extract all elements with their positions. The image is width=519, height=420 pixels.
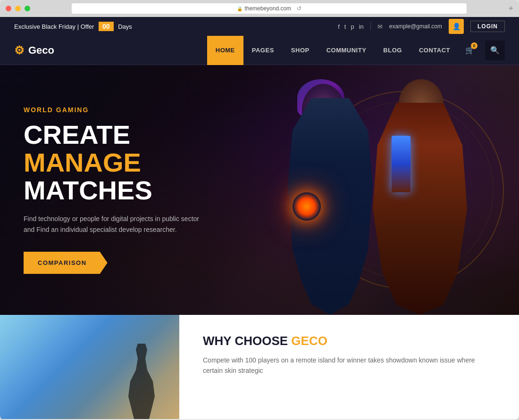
divider — [370, 22, 371, 31]
bottom-image — [0, 315, 179, 419]
hero-eyebrow: WORLD GAMING — [24, 106, 222, 114]
nav-blog[interactable]: BLOG — [375, 36, 410, 65]
maximize-button[interactable] — [25, 6, 30, 11]
male-body — [373, 103, 467, 315]
nav-community[interactable]: COMMUNITY — [318, 36, 375, 65]
user-icon-button[interactable]: 👤 — [449, 19, 464, 34]
hero-title: CREATE MANAGE MATCHES — [24, 121, 222, 204]
close-button[interactable] — [6, 6, 11, 11]
lock-icon: 🔒 — [237, 6, 243, 11]
why-choose-highlight: GECO — [291, 334, 327, 348]
why-choose-description: Compete with 100 players on a remote isl… — [203, 355, 495, 376]
hero-content: WORLD GAMING CREATE MANAGE MATCHES Find … — [0, 106, 245, 274]
logo[interactable]: ⚙ Geco — [14, 44, 54, 57]
logo-icon: ⚙ — [14, 44, 25, 57]
navbar: ⚙ Geco HOME PAGES SHOP COMMUNITY BLOG — [0, 36, 519, 65]
announcement-right: f t p in ✉ example@gmail.com 👤 LOGIN — [338, 19, 505, 34]
facebook-icon[interactable]: f — [338, 23, 340, 30]
reload-icon[interactable]: ↺ — [297, 5, 301, 12]
days-badge: 00 — [99, 22, 114, 31]
login-button[interactable]: LOGIN — [470, 21, 505, 32]
blue-glow — [392, 136, 410, 192]
email-icon: ✉ — [377, 23, 383, 30]
hero-characters — [236, 74, 481, 315]
logo-text: Geco — [28, 44, 54, 57]
hero-description: Find technology or people for digital pr… — [24, 214, 203, 235]
nav-links: HOME PAGES SHOP COMMUNITY BLOG CONTACT — [207, 36, 505, 65]
days-label: Days — [118, 23, 132, 30]
cart-button[interactable]: 🛒 0 — [459, 36, 481, 65]
announcement-bar: Exclusive Black Friday | Offer 00 Days f… — [0, 17, 519, 36]
why-choose-prefix: WHY CHOOSE — [203, 334, 291, 348]
nav-shop[interactable]: SHOP — [283, 36, 318, 65]
browser-window: 🔒 themebeyond.com ↺ + Exclusive Black Fr… — [0, 0, 519, 420]
hero-title-create: CREATE — [24, 120, 130, 149]
hero-section: WORLD GAMING CREATE MANAGE MATCHES Find … — [0, 65, 519, 315]
minimize-button[interactable] — [15, 6, 21, 11]
announcement-offer-text: Exclusive Black Friday | Offer — [14, 23, 94, 30]
nav-home[interactable]: HOME — [207, 36, 243, 65]
search-button[interactable]: 🔍 — [485, 41, 505, 60]
social-icons: f t p in — [338, 23, 364, 30]
hero-title-manage: MANAGE — [24, 148, 141, 177]
linkedin-icon[interactable]: in — [359, 23, 364, 30]
browser-titlebar: 🔒 themebeyond.com ↺ + — [0, 0, 519, 17]
pinterest-icon[interactable]: p — [351, 23, 354, 30]
bottom-text-content: WHY CHOOSE GECO Compete with 100 players… — [179, 315, 519, 419]
page-content: Exclusive Black Friday | Offer 00 Days f… — [0, 17, 519, 420]
nav-contact[interactable]: CONTACT — [410, 36, 459, 65]
announcement-text: Exclusive Black Friday | Offer 00 Days — [14, 23, 338, 30]
new-tab-button[interactable]: + — [508, 4, 513, 14]
hero-title-matches: MATCHES — [24, 175, 152, 205]
character-male — [373, 89, 477, 315]
cart-badge: 0 — [471, 42, 477, 49]
glowing-hand — [293, 192, 321, 221]
bottom-section: WHY CHOOSE GECO Compete with 100 players… — [0, 315, 519, 419]
why-choose-title: WHY CHOOSE GECO — [203, 334, 495, 348]
search-icon: 🔍 — [490, 46, 500, 55]
comparison-button[interactable]: COMPARISON — [24, 252, 108, 274]
url-text: themebeyond.com — [244, 5, 291, 12]
email-text: example@gmail.com — [389, 23, 442, 30]
twitter-icon[interactable]: t — [344, 23, 346, 30]
nav-pages[interactable]: PAGES — [243, 36, 283, 65]
address-bar[interactable]: 🔒 themebeyond.com ↺ — [72, 3, 467, 14]
